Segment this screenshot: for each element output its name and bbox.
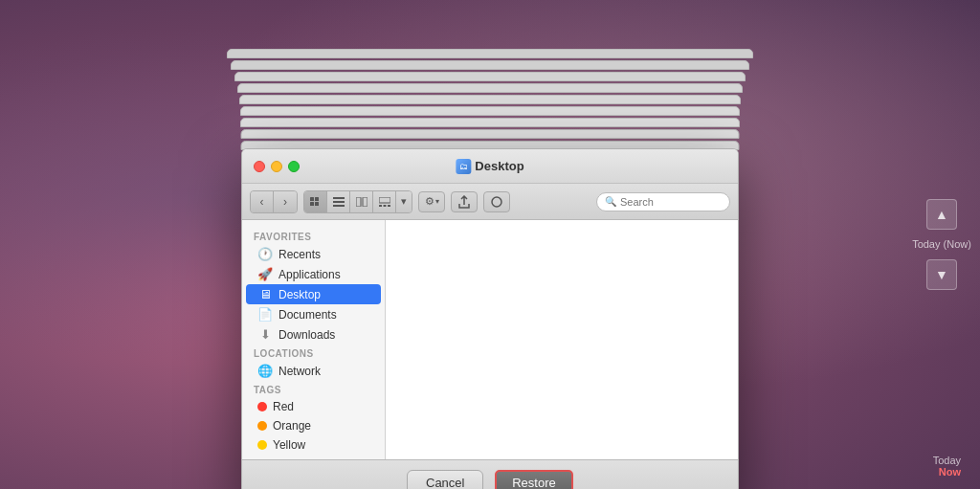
- svg-rect-1: [315, 197, 319, 201]
- svg-rect-5: [333, 201, 345, 203]
- desktop-label: Desktop: [278, 288, 321, 301]
- search-input[interactable]: [620, 196, 722, 208]
- action-button[interactable]: ⚙▾: [418, 191, 445, 212]
- view-list-button[interactable]: [327, 191, 350, 212]
- svg-rect-7: [356, 197, 361, 207]
- yellow-label: Yellow: [273, 438, 305, 452]
- tm-today-label: Today (Now): [912, 237, 971, 252]
- view-buttons: ▾: [303, 190, 412, 213]
- share-button[interactable]: [451, 191, 478, 212]
- sidebar-item-downloads[interactable]: ⬇ Downloads: [246, 324, 381, 345]
- svg-rect-0: [310, 197, 314, 201]
- network-label: Network: [278, 365, 321, 378]
- green-label: Green: [273, 457, 304, 459]
- tm-today-text: Today: [933, 455, 961, 466]
- svg-rect-9: [379, 197, 390, 203]
- orange-label: Orange: [273, 419, 311, 433]
- applications-label: Applications: [278, 268, 341, 281]
- sidebar-item-orange[interactable]: Orange: [246, 416, 381, 435]
- forward-button[interactable]: ›: [274, 191, 297, 212]
- search-box[interactable]: 🔍: [596, 192, 730, 211]
- cancel-button[interactable]: Cancel: [407, 470, 483, 490]
- locations-label: Locations: [242, 345, 385, 361]
- sidebar-item-red[interactable]: Red: [246, 397, 381, 416]
- view-gallery-button[interactable]: [373, 191, 396, 212]
- sidebar-item-green[interactable]: Green: [246, 455, 381, 459]
- view-columns-button[interactable]: [350, 191, 373, 212]
- minimize-button[interactable]: [271, 161, 282, 172]
- svg-point-13: [492, 197, 501, 207]
- content-area: [386, 220, 738, 459]
- svg-rect-2: [310, 202, 314, 206]
- window-icon: 🗂: [456, 159, 471, 174]
- yellow-tag-dot: [257, 440, 267, 450]
- restore-button[interactable]: Restore: [495, 470, 573, 490]
- sidebar-item-recents[interactable]: 🕐 Recents: [246, 244, 381, 264]
- favorites-label: Favorites: [242, 228, 385, 244]
- traffic-lights: [254, 161, 300, 172]
- tm-up-button[interactable]: ▲: [926, 199, 957, 230]
- view-icon-button[interactable]: [304, 191, 327, 212]
- window-body: Favorites 🕐 Recents 🚀 Applications 🖥 Des…: [242, 220, 738, 459]
- tag-button[interactable]: [483, 191, 510, 212]
- toolbar: ‹ › ▾ ⚙▾: [242, 184, 738, 220]
- sidebar-item-desktop[interactable]: 🖥 Desktop: [246, 284, 381, 304]
- tm-right-panel: ▲ Today (Now) ▼: [903, 0, 980, 489]
- window-title: Desktop: [475, 159, 523, 173]
- svg-rect-6: [333, 205, 345, 207]
- applications-icon: 🚀: [257, 267, 273, 281]
- svg-rect-4: [333, 197, 345, 199]
- search-icon: 🔍: [605, 196, 616, 207]
- red-label: Red: [273, 400, 294, 413]
- svg-rect-11: [383, 205, 386, 207]
- sidebar-item-yellow[interactable]: Yellow: [246, 435, 381, 455]
- finder-wrapper: 🗂 Desktop ‹ ›: [241, 148, 739, 489]
- downloads-icon: ⬇: [257, 327, 273, 342]
- bottom-bar: Cancel Restore: [242, 459, 738, 489]
- documents-label: Documents: [278, 308, 337, 322]
- finder-window: 🗂 Desktop ‹ ›: [241, 148, 739, 489]
- title-bar-center: 🗂 Desktop: [456, 159, 523, 174]
- svg-rect-12: [388, 205, 390, 207]
- sidebar: Favorites 🕐 Recents 🚀 Applications 🖥 Des…: [242, 220, 386, 459]
- sidebar-item-applications[interactable]: 🚀 Applications: [246, 264, 381, 284]
- recents-icon: 🕐: [257, 247, 273, 261]
- title-bar: 🗂 Desktop: [242, 149, 738, 184]
- tm-now-text: Now: [939, 466, 961, 478]
- back-button[interactable]: ‹: [251, 191, 274, 212]
- sidebar-item-documents[interactable]: 📄 Documents: [246, 304, 381, 324]
- close-button[interactable]: [254, 161, 265, 172]
- tm-down-button[interactable]: ▼: [926, 259, 957, 290]
- svg-rect-8: [363, 197, 368, 207]
- tm-bottom-label: Today Now: [933, 455, 961, 478]
- nav-buttons: ‹ ›: [250, 190, 298, 213]
- downloads-label: Downloads: [278, 328, 335, 342]
- red-tag-dot: [257, 402, 267, 411]
- svg-rect-3: [315, 202, 319, 206]
- view-dropdown-button[interactable]: ▾: [396, 191, 412, 212]
- tags-label: Tags: [242, 381, 385, 397]
- network-icon: 🌐: [257, 364, 273, 378]
- desktop-icon: 🖥: [257, 287, 273, 301]
- maximize-button[interactable]: [288, 161, 300, 172]
- sidebar-item-network[interactable]: 🌐 Network: [246, 361, 381, 381]
- recents-label: Recents: [278, 248, 321, 261]
- orange-tag-dot: [257, 421, 267, 431]
- documents-icon: 📄: [257, 307, 273, 322]
- svg-rect-10: [379, 205, 382, 207]
